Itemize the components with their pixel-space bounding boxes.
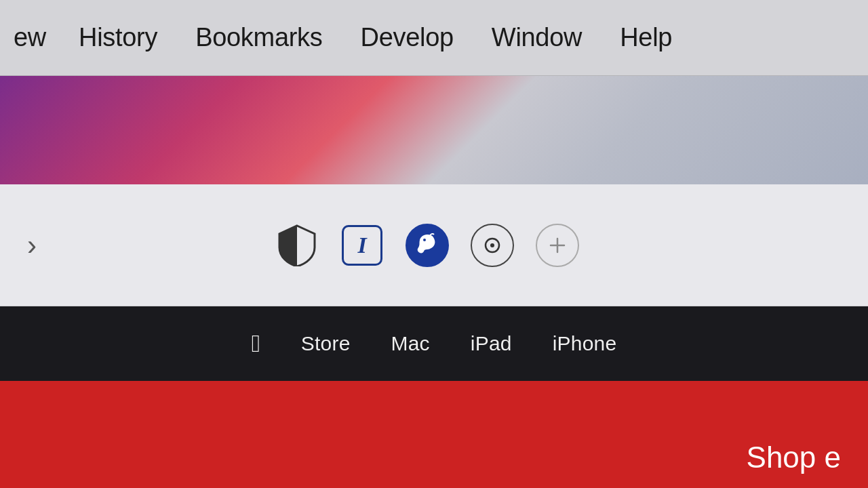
hero-gradient	[0, 76, 868, 184]
add-extension-icon	[536, 224, 579, 267]
menu-bar: ew History Bookmarks Develop Window Help	[0, 0, 868, 76]
night-owl-icon	[406, 224, 449, 267]
hero-area	[0, 76, 868, 184]
onepassword-icon	[471, 224, 514, 267]
night-owl-extension[interactable]	[404, 222, 450, 268]
privacy-shield-extension[interactable]	[274, 222, 320, 268]
svg-point-2	[490, 243, 494, 247]
menu-item-window[interactable]: Window	[473, 18, 601, 58]
instapaper-icon: I	[342, 225, 382, 266]
apple-nav-store[interactable]: Store	[301, 332, 351, 355]
add-extension-button[interactable]	[534, 222, 580, 268]
menu-items: ew History Bookmarks Develop Window Help	[7, 18, 691, 58]
extensions-toolbar: › I	[0, 184, 868, 306]
menu-item-develop[interactable]: Develop	[341, 18, 472, 58]
extension-icons: I	[274, 222, 580, 268]
apple-nav-iphone[interactable]: iPhone	[553, 332, 617, 355]
menu-item-help[interactable]: Help	[601, 18, 691, 58]
onepassword-extension[interactable]	[469, 222, 515, 268]
apple-nav-ipad[interactable]: iPad	[471, 332, 512, 355]
apple-logo-icon[interactable]: 	[252, 329, 260, 358]
toolbar-forward-chevron[interactable]: ›	[27, 229, 37, 262]
menu-item-bookmarks[interactable]: Bookmarks	[176, 18, 341, 58]
red-content-section: Shop e	[0, 381, 868, 488]
apple-nav-bar:  Store Mac iPad iPhone	[0, 306, 868, 381]
apple-nav-mac[interactable]: Mac	[391, 332, 430, 355]
menu-item-ew[interactable]: ew	[7, 18, 60, 58]
shop-text: Shop e	[747, 441, 841, 474]
menu-item-history[interactable]: History	[60, 18, 176, 58]
svg-point-0	[423, 239, 426, 241]
instapaper-extension[interactable]: I	[339, 222, 385, 268]
